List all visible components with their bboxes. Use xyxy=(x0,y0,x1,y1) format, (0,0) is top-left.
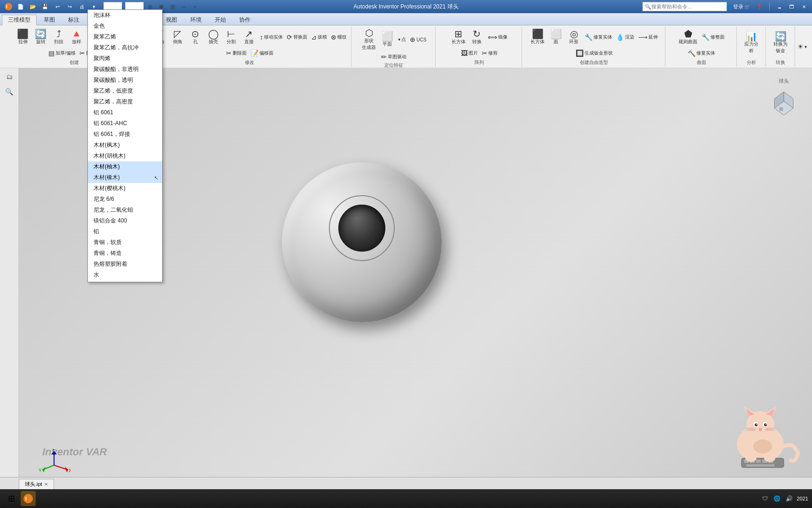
btn-sheetmetal[interactable]: 🔲 生成钣金形状 xyxy=(574,49,614,57)
btn-scene-settings[interactable]: ☀ ▾ xyxy=(796,42,808,51)
btn-point[interactable]: • 点 xyxy=(397,35,407,44)
btn-face[interactable]: ⬜ 面 xyxy=(547,28,564,46)
btn-sweep[interactable]: ⤴ 扫掠 xyxy=(50,28,67,46)
tab-annotate[interactable]: 标注 xyxy=(62,15,86,25)
btn-chamfer[interactable]: ◸ 倒角 xyxy=(169,28,186,46)
btn-mirror[interactable]: ⟺ 镜像 xyxy=(486,33,509,41)
dropdown-item-10[interactable]: 铝 6061-AHC xyxy=(88,118,162,129)
qa-redo-btn[interactable]: ↪ xyxy=(65,2,74,11)
tab-qiutou[interactable]: 球头.ipt ✕ xyxy=(19,479,54,489)
dropdown-item-15[interactable]: 木材(橡木) ↖ xyxy=(88,172,162,183)
dropdown-item-17[interactable]: 尼龙 6/6 xyxy=(88,194,162,205)
btn-repair-face[interactable]: 🔧 修整面 xyxy=(700,33,726,41)
btn-draft[interactable]: ⊿ 拔模 xyxy=(310,33,328,41)
btn-trim[interactable]: ✂ 修剪 xyxy=(480,49,499,57)
dropdown-item-8[interactable]: 聚乙烯，高密度 xyxy=(88,96,162,107)
btn-render[interactable]: 💧 渲染 xyxy=(615,33,636,41)
dropdown-item-0[interactable]: 泡沫杯 xyxy=(88,10,162,21)
tb-icon-4[interactable]: ↔ xyxy=(179,2,189,11)
btn-move-solid[interactable]: ↕ 移动实体 xyxy=(258,33,284,41)
btn-revolve[interactable]: 🔄 旋转 xyxy=(32,28,49,46)
dropdown-item-14-selected[interactable]: 木材(柚木) xyxy=(88,161,162,172)
user-login-btn[interactable]: 👤 登录 xyxy=(731,2,739,11)
tab-collaborate[interactable]: 协作 xyxy=(233,15,257,25)
tab-view[interactable]: 视图 xyxy=(160,15,183,25)
btn-thread[interactable]: ⊗ 螺纹 xyxy=(329,33,348,41)
btn-extend[interactable]: ⟶ 延伸 xyxy=(637,33,659,41)
dropdown-item-20[interactable]: 铅 xyxy=(88,226,162,237)
maximize-btn[interactable]: 🗖 xyxy=(788,2,796,11)
tb-icon-3[interactable]: ⊞ xyxy=(167,2,178,11)
view-cube[interactable]: 球头 前 xyxy=(765,78,803,115)
qa-undo-btn[interactable]: ↩ xyxy=(53,2,62,11)
dropdown-item-1[interactable]: 金色 xyxy=(88,21,162,32)
help-btn[interactable]: ❓ xyxy=(755,2,764,11)
start-button[interactable]: ⊞ xyxy=(4,491,19,506)
taskbar-time[interactable]: 2021 xyxy=(797,496,808,501)
dropdown-item-22[interactable]: 青铜，铸造 xyxy=(88,248,162,259)
btn-repair2[interactable]: 🔨 修复实体 xyxy=(686,49,717,57)
btn-direct[interactable]: ↗ 直接 xyxy=(241,28,258,46)
dropdown-item-12[interactable]: 木材(枫木) xyxy=(88,140,162,151)
btn-edit-form[interactable]: 📝 偏移面 xyxy=(249,49,275,57)
btn-rib[interactable]: ▤ 加厚/偏移 xyxy=(47,49,77,57)
shield-icon[interactable]: 🛡 xyxy=(760,494,770,503)
btn-torus[interactable]: ◎ 环形 xyxy=(565,28,582,46)
btn-image[interactable]: 🖼 图片 xyxy=(460,49,479,57)
network-icon[interactable]: 🌐 xyxy=(773,494,782,503)
search-input[interactable] xyxy=(651,4,722,9)
tab-3d-model[interactable]: 三维模型 xyxy=(2,15,37,25)
qa-open-btn[interactable]: 📂 xyxy=(28,2,38,11)
dropdown-item-19[interactable]: 镁铝合金 400 xyxy=(88,215,162,226)
taskbar-inventor-icon[interactable]: I xyxy=(21,491,36,506)
sidebar-search[interactable]: 🔍 xyxy=(2,85,16,98)
dropdown-item-21[interactable]: 青铜，软质 xyxy=(88,237,162,248)
dropdown-item-4[interactable]: 聚丙烯 xyxy=(88,53,162,64)
tab-environment[interactable]: 环境 xyxy=(184,15,208,25)
btn-extrude[interactable]: ⬛ 拉伸 xyxy=(15,28,31,46)
minimize-btn[interactable]: 🗕 xyxy=(775,2,784,11)
btn-box[interactable]: ⬛ 长方体 xyxy=(529,28,547,46)
btn-ruled-surface[interactable]: ⬟ 规则曲面 xyxy=(677,28,699,46)
material-dropdown[interactable]: 泡沫杯 金色 聚苯乙烯 聚苯乙烯，高抗冲 聚丙烯 聚碳酸酯，非透明 聚碳酸酯，透… xyxy=(87,9,163,282)
btn-ucs[interactable]: ⊕ UCS xyxy=(408,35,428,44)
btn-shape-gen[interactable]: ⬡ 形状生成器 xyxy=(360,27,378,52)
dropdown-item-24[interactable]: 水 xyxy=(88,270,162,280)
dropdown-item-13[interactable]: 木材(胡桃木) xyxy=(88,151,162,161)
btn-hole[interactable]: ⊙ 孔 xyxy=(187,28,204,46)
dropdown-item-3[interactable]: 聚苯乙烯，高抗冲 xyxy=(88,42,162,53)
btn-split[interactable]: ⊢ 分割 xyxy=(223,28,240,46)
btn-circular-pattern[interactable]: ↻ 转换 xyxy=(468,28,485,46)
btn-loft[interactable]: 🔺 放样 xyxy=(68,28,85,46)
sidebar-model-browser[interactable]: 🗂 xyxy=(2,70,16,83)
dropdown-item-7[interactable]: 聚乙烯，低密度 xyxy=(88,86,162,96)
btn-stress-analyze[interactable]: 📊 应力分析 xyxy=(741,31,763,55)
dropdown-item-16[interactable]: 木材(樱桃木) xyxy=(88,183,162,194)
btn-replace-face[interactable]: ⟳ 替换面 xyxy=(285,33,309,41)
btn-surface[interactable]: ⬜ 平面 xyxy=(379,31,396,48)
volume-icon[interactable]: 🔊 xyxy=(785,494,794,503)
btn-shell[interactable]: ◯ 抽壳 xyxy=(205,28,222,46)
tb-icon-5[interactable]: + xyxy=(190,2,200,11)
dropdown-item-6[interactable]: 聚碳酸酯，透明 xyxy=(88,75,162,86)
dropdown-item-11[interactable]: 铝 6061，焊接 xyxy=(88,129,162,140)
qa-new-btn[interactable]: 📄 xyxy=(16,2,25,11)
dropdown-item-5[interactable]: 聚碳酸酯，非透明 xyxy=(88,64,162,75)
btn-rectangular-pattern[interactable]: ⊞ 长方体 xyxy=(450,28,468,46)
dropdown-item-23[interactable]: 热熔塑胶附着 xyxy=(88,259,162,270)
dropdown-item-25[interactable]: 钛 xyxy=(88,280,162,282)
btn-convert-sheetmetal[interactable]: 🔄 转换为钣金 xyxy=(772,31,789,55)
tab-close-btn[interactable]: ✕ xyxy=(44,482,48,487)
tab-start[interactable]: 开始 xyxy=(209,15,232,25)
btn-repair-solid[interactable]: 🔧 修复实体 xyxy=(583,33,614,41)
shopping-cart-btn[interactable]: 🛒 xyxy=(743,2,751,11)
btn-sketch-driven[interactable]: ✏ 草图驱动 xyxy=(380,53,408,61)
btn-delete-face2[interactable]: ✂ 删除面 xyxy=(225,49,248,57)
close-btn[interactable]: ✕ xyxy=(800,2,808,11)
dropdown-item-2[interactable]: 聚苯乙烯 xyxy=(88,32,162,42)
tab-sketch[interactable]: 草图 xyxy=(38,15,61,25)
qa-save-btn[interactable]: 💾 xyxy=(40,2,50,11)
inventor-logo[interactable]: I xyxy=(4,2,13,11)
dropdown-item-9[interactable]: 铝 6061 xyxy=(88,107,162,118)
dropdown-item-18[interactable]: 尼龙，二氧化钼 xyxy=(88,205,162,215)
